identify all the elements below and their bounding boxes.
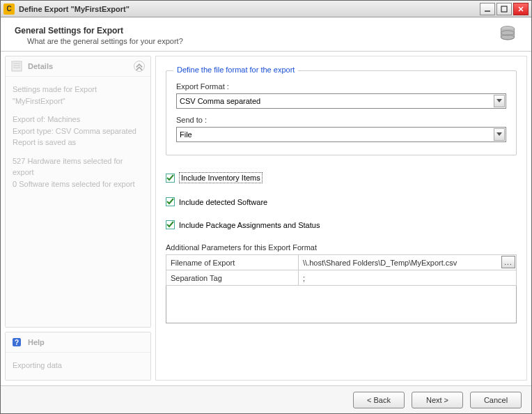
param-val[interactable]: ;	[299, 270, 517, 286]
fieldset-legend: Define the file format for the export	[173, 66, 298, 74]
help-icon: ?	[11, 337, 22, 348]
window-title: Define Export "MyFirstExport"	[19, 5, 480, 13]
page-title: General Settings for Export	[15, 26, 183, 36]
details-body: Settings made for Export "MyFirstExport"…	[6, 77, 150, 204]
dialog-window: C Define Export "MyFirstExport" General …	[0, 0, 532, 414]
minimize-button[interactable]	[480, 3, 495, 15]
wizard-header: General Settings for Export What are the…	[1, 17, 531, 52]
params-table: Filename of Export \\.host\Shared Folder…	[166, 254, 517, 286]
chevron-down-icon	[494, 95, 505, 107]
param-val[interactable]: \\.host\Shared Folders\D_Temp\MyExport.c…	[299, 255, 517, 270]
svg-text:?: ?	[15, 339, 19, 346]
details-line: Export type: CSV Comma separated	[13, 127, 136, 135]
include-packages-label: Include Package Assignments and Status	[179, 221, 320, 229]
filename-value: \\.host\Shared Folders\D_Temp\MyExport.c…	[303, 259, 457, 267]
include-software-checkbox[interactable]: Include detected Software	[166, 197, 517, 206]
cancel-button[interactable]: Cancel	[470, 392, 522, 408]
include-packages-checkbox[interactable]: Include Package Assignments and Status	[166, 220, 517, 229]
details-title: Details	[28, 62, 134, 70]
next-button[interactable]: Next >	[412, 392, 463, 408]
svg-rect-1	[501, 6, 507, 12]
close-button[interactable]	[513, 3, 529, 15]
export-format-select[interactable]: CSV Comma separated	[176, 93, 506, 109]
maximize-button[interactable]	[496, 3, 512, 15]
params-empty-area	[166, 286, 517, 323]
details-panel: Details Settings made for Export "MyFirs…	[5, 56, 151, 328]
param-key: Separation Tag	[166, 270, 299, 286]
details-line: 0 Software items selected for export	[13, 180, 134, 188]
table-row[interactable]: Filename of Export \\.host\Shared Folder…	[166, 255, 517, 270]
send-to-value: File	[180, 130, 192, 139]
checkmark-icon	[166, 174, 175, 183]
send-to-label: Send to :	[176, 116, 506, 124]
details-icon	[11, 61, 22, 72]
database-icon	[498, 24, 517, 45]
main-content: Define the file format for the export Ex…	[155, 56, 527, 381]
titlebar[interactable]: C Define Export "MyFirstExport"	[1, 1, 531, 17]
include-inventory-label: Include Inventory Items	[179, 172, 263, 183]
details-line: Export of: Machines	[13, 115, 80, 123]
file-format-fieldset: Define the file format for the export Ex…	[166, 70, 517, 155]
export-format-value: CSV Comma separated	[180, 97, 260, 105]
browse-button[interactable]: ...	[501, 256, 515, 268]
details-line: Report is saved as	[13, 138, 76, 146]
include-software-label: Include detected Software	[179, 198, 267, 206]
send-to-select[interactable]: File	[176, 127, 506, 142]
wizard-footer: < Back Next > Cancel	[1, 385, 531, 413]
app-icon: C	[3, 3, 15, 15]
checkmark-icon	[166, 197, 175, 206]
help-body: Exporting data	[6, 353, 150, 378]
checkmark-icon	[166, 220, 175, 229]
help-title: Help	[28, 338, 145, 346]
details-line: 527 Hardware items selected for export	[13, 157, 123, 177]
sidebar: Details Settings made for Export "MyFirs…	[5, 56, 151, 381]
details-line: Settings made for Export "MyFirstExport"	[13, 84, 143, 107]
svg-rect-7	[12, 61, 22, 71]
chevron-down-icon	[494, 128, 505, 141]
params-label: Additional Parameters for this Export Fo…	[166, 243, 517, 252]
back-button[interactable]: < Back	[353, 392, 405, 408]
collapse-details-button[interactable]	[134, 61, 145, 72]
page-subtitle: What are the general settings for your e…	[15, 37, 183, 45]
table-row[interactable]: Separation Tag ;	[166, 270, 517, 286]
param-key: Filename of Export	[166, 255, 299, 270]
help-panel: ? Help Exporting data	[5, 332, 151, 381]
include-inventory-checkbox[interactable]: Include Inventory Items	[166, 172, 517, 183]
export-format-label: Export Format :	[176, 82, 506, 91]
